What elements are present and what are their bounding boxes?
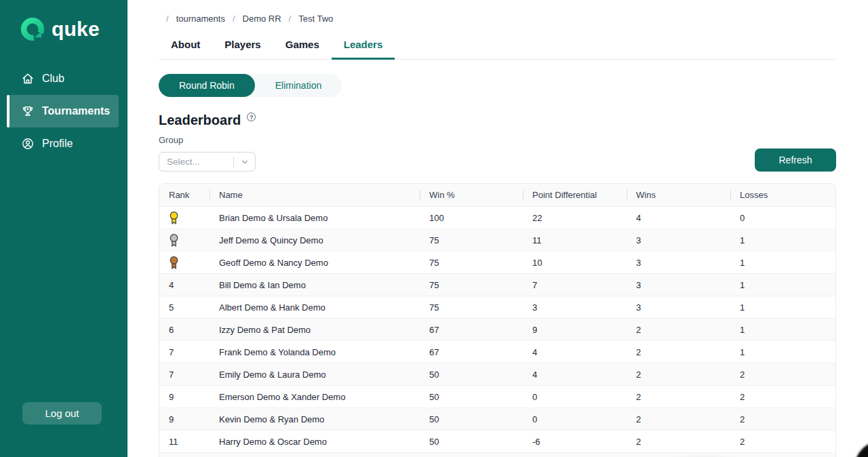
name-cell: Jeff Demo & Quincy Demo: [210, 229, 420, 251]
rank-cell: 12: [159, 453, 210, 457]
point-diff-cell: 3: [523, 296, 627, 318]
name-cell: Bill Demo & Ian Demo: [210, 274, 420, 296]
name-cell: Frank Demo & Yolanda Demo: [210, 341, 420, 363]
point-diff-cell: 22: [523, 207, 627, 228]
point-diff-cell: 7: [523, 274, 627, 296]
column-header-name: Name: [210, 184, 420, 206]
win-pct-cell: 50: [420, 431, 523, 452]
page-title: Leaderboard: [159, 112, 241, 128]
win-pct-cell: 75: [420, 252, 523, 273]
losses-cell: 1: [730, 296, 835, 318]
win-pct-cell: 50: [420, 453, 523, 457]
trophy-icon: [21, 104, 35, 118]
wins-cell: 2: [627, 431, 730, 452]
win-pct-cell: 75: [420, 274, 523, 296]
toggle-round-robin[interactable]: Round Robin: [159, 74, 255, 97]
tab-games[interactable]: Games: [273, 33, 332, 60]
rank-cell: 7: [159, 341, 210, 363]
wins-cell: 3: [627, 229, 730, 251]
win-pct-cell: 75: [420, 296, 523, 318]
rank-cell: 6: [159, 319, 210, 340]
name-cell: Kevin Demo & Ryan Demo: [210, 408, 420, 430]
tab-about[interactable]: About: [159, 33, 212, 60]
page-title-row: Leaderboard ?: [159, 112, 836, 128]
wins-cell: 2: [627, 341, 730, 363]
name-cell: Izzy Demo & Pat Demo: [210, 319, 420, 340]
name-cell: Geoff Demo & Nancy Demo: [210, 252, 420, 273]
rank-cell: 4: [159, 274, 210, 296]
sidebar-item-label: Profile: [42, 138, 73, 150]
breadcrumb-separator: /: [166, 14, 169, 24]
wins-cell: 2: [627, 319, 730, 340]
logout-button[interactable]: Log out: [22, 402, 102, 424]
refresh-button[interactable]: Refresh: [755, 148, 836, 172]
rank-cell: [159, 229, 210, 251]
point-diff-cell: 0: [523, 386, 627, 408]
breadcrumb-item-demo-rr[interactable]: Demo RR: [243, 14, 281, 24]
point-diff-cell: 0: [523, 408, 627, 430]
medal-bronze-icon: [169, 256, 179, 270]
rank-cell: [159, 252, 210, 273]
win-pct-cell: 75: [420, 229, 523, 251]
losses-cell: 2: [730, 431, 835, 452]
point-diff-cell: 11: [523, 229, 627, 251]
wins-cell: 3: [627, 252, 730, 273]
table-header-row: RankNameWin %Point DifferentialWinsLosse…: [159, 184, 835, 206]
user-icon: [21, 137, 35, 151]
name-cell: Brian Demo & Ursala Demo: [210, 207, 420, 228]
breadcrumb-item-test-two[interactable]: Test Two: [298, 14, 333, 24]
wins-cell: 2: [627, 408, 730, 430]
point-diff-cell: 9: [523, 319, 627, 340]
wins-cell: 3: [627, 296, 730, 318]
tab-players[interactable]: Players: [212, 33, 273, 60]
name-cell: Abby Demo & Tucker Demo: [210, 453, 420, 457]
rank-cell: 5: [159, 296, 210, 318]
losses-cell: 2: [730, 386, 835, 408]
breadcrumb-separator: /: [233, 14, 235, 24]
chevron-down-icon: [234, 157, 255, 167]
losses-cell: 2: [730, 453, 835, 457]
losses-cell: 2: [730, 363, 835, 385]
wins-cell: 3: [627, 274, 730, 296]
table-row: 7Frank Demo & Yolanda Demo67421: [159, 340, 835, 363]
help-icon[interactable]: ?: [247, 113, 256, 121]
toggle-elimination[interactable]: Elimination: [255, 74, 342, 97]
sidebar: quke ClubTournamentsProfile Log out: [0, 0, 127, 457]
table-row: 5Albert Demo & Hank Demo75331: [159, 296, 835, 318]
sidebar-item-profile[interactable]: Profile: [7, 127, 119, 160]
losses-cell: 1: [730, 341, 835, 363]
medal-gold-icon: [169, 211, 179, 225]
group-select[interactable]: Select...: [159, 152, 256, 172]
group-select-placeholder: Select...: [159, 157, 233, 167]
losses-cell: 1: [730, 252, 835, 273]
table-row: 11Harry Demo & Oscar Demo50-622: [159, 430, 835, 452]
win-pct-cell: 50: [420, 408, 523, 430]
losses-cell: 0: [730, 207, 835, 228]
group-label: Group: [159, 135, 836, 145]
name-cell: Albert Demo & Hank Demo: [210, 296, 420, 318]
table-row: Brian Demo & Ursala Demo1002240: [159, 206, 835, 228]
win-pct-cell: 50: [420, 363, 523, 385]
column-header-losses: Losses: [730, 184, 835, 206]
sidebar-item-tournaments[interactable]: Tournaments: [7, 95, 119, 127]
sidebar-item-club[interactable]: Club: [7, 62, 119, 95]
losses-cell: 2: [730, 408, 835, 430]
point-diff-cell: -10: [523, 453, 627, 457]
leaderboard-table: RankNameWin %Point DifferentialWinsLosse…: [159, 183, 836, 457]
table-row: 9Kevin Demo & Ryan Demo50022: [159, 408, 835, 430]
logo[interactable]: quke: [0, 0, 127, 42]
sidebar-item-label: Tournaments: [42, 105, 110, 117]
breadcrumb-item-tournaments[interactable]: tournaments: [176, 14, 225, 24]
main-content: /tournaments/Demo RR/Test Two AboutPlaye…: [127, 0, 868, 457]
sidebar-item-label: Club: [42, 73, 64, 85]
rank-cell: 11: [159, 431, 210, 452]
leaderboard-table-body: Brian Demo & Ursala Demo1002240Jeff Demo…: [159, 206, 835, 457]
tab-leaders[interactable]: Leaders: [332, 33, 395, 60]
medal-silver-icon: [169, 233, 179, 247]
win-pct-cell: 100: [420, 207, 523, 228]
table-row: Jeff Demo & Quincy Demo751131: [159, 228, 835, 251]
table-row: 9Emerson Demo & Xander Demo50022: [159, 385, 835, 408]
app-root: quke ClubTournamentsProfile Log out /tou…: [0, 0, 868, 457]
point-diff-cell: 10: [523, 252, 627, 273]
controls-row: Select... Refresh: [159, 148, 836, 172]
